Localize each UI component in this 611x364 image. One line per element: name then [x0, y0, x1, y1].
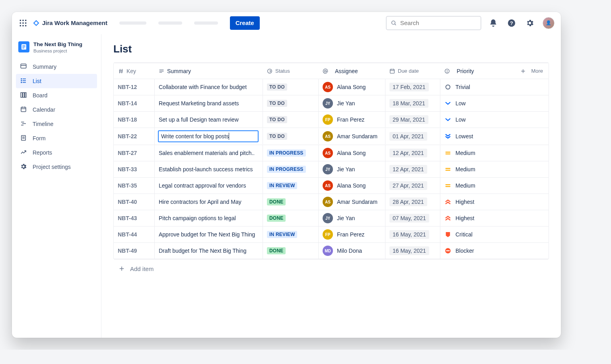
- cell-priority[interactable]: Blocker: [440, 243, 487, 259]
- cell-due[interactable]: 12 Apr, 2021: [385, 145, 440, 161]
- cell-key[interactable]: NBT-49: [114, 245, 154, 256]
- cell-key[interactable]: NBT-44: [114, 229, 154, 240]
- col-assignee[interactable]: Assignee: [318, 66, 385, 77]
- table-row[interactable]: NBT-49 Draft budget for The Next Big Thi…: [114, 243, 549, 259]
- cell-assignee[interactable]: AS Alana Song: [318, 79, 385, 95]
- cell-status[interactable]: DONE: [263, 194, 318, 210]
- cell-status[interactable]: DONE: [263, 243, 318, 259]
- cell-due[interactable]: 18 Mar, 2021: [385, 95, 440, 111]
- cell-key[interactable]: NBT-14: [114, 98, 154, 109]
- create-button[interactable]: Create: [230, 16, 260, 30]
- cell-priority[interactable]: Lowest: [440, 128, 487, 144]
- cell-key[interactable]: NBT-40: [114, 196, 154, 207]
- cell-assignee[interactable]: MD Milo Dona: [318, 243, 385, 259]
- cell-status[interactable]: IN REVIEW: [263, 178, 318, 194]
- sidebar-item-settings[interactable]: Project settings: [16, 160, 97, 174]
- cell-due[interactable]: 07 May, 2021: [385, 210, 440, 226]
- sidebar-item-summary[interactable]: Summary: [16, 60, 97, 74]
- cell-due[interactable]: 01 Apr, 2021: [385, 128, 440, 144]
- cell-summary[interactable]: Establish post-launch success metrics: [154, 161, 263, 177]
- cell-due[interactable]: 16 May, 2021: [385, 243, 440, 259]
- cell-summary[interactable]: Draft budget for The Next Big Thing: [154, 243, 263, 259]
- summary-edit-input[interactable]: Write content for blog posts: [158, 130, 259, 142]
- cell-summary[interactable]: Write content for blog posts: [154, 128, 263, 145]
- cell-key[interactable]: NBT-12: [114, 81, 154, 93]
- table-row[interactable]: NBT-14 Request Marketing brand assets TO…: [114, 95, 549, 112]
- cell-summary[interactable]: Legal contract approval for vendors: [154, 178, 263, 194]
- cell-due[interactable]: 12 Apr, 2021: [385, 161, 440, 177]
- cell-key[interactable]: NBT-33: [114, 164, 154, 175]
- table-row[interactable]: NBT-35 Legal contract approval for vendo…: [114, 178, 549, 194]
- col-due[interactable]: Due date: [385, 66, 440, 77]
- cell-status[interactable]: DONE: [263, 210, 318, 226]
- sidebar-item-list[interactable]: List: [16, 74, 97, 88]
- cell-priority[interactable]: Medium: [440, 178, 487, 194]
- cell-assignee[interactable]: AS Amar Sundaram: [318, 128, 385, 144]
- project-header[interactable]: The Next Big Thing Business project: [16, 41, 97, 60]
- cell-due[interactable]: 17 Feb, 2021: [385, 79, 440, 95]
- cell-status[interactable]: TO DO: [263, 79, 318, 95]
- cell-key[interactable]: NBT-43: [114, 213, 154, 224]
- search-input[interactable]: [400, 19, 477, 26]
- cell-summary[interactable]: Set up a full Design team review: [154, 112, 263, 128]
- cell-summary[interactable]: Hire contractors for April and May: [154, 194, 263, 210]
- cell-assignee[interactable]: AS Amar Sundaram: [318, 194, 385, 210]
- table-row[interactable]: NBT-12 Collaborate with Finance for budg…: [114, 79, 549, 95]
- table-row[interactable]: NBT-22 Write content for blog posts TO D…: [114, 128, 549, 145]
- cell-priority[interactable]: Highest: [440, 210, 487, 226]
- add-item-button[interactable]: Add item: [113, 259, 549, 278]
- sidebar-item-calendar[interactable]: Calendar: [16, 103, 97, 117]
- settings-icon[interactable]: [523, 17, 536, 29]
- cell-key[interactable]: NBT-27: [114, 147, 154, 159]
- table-row[interactable]: NBT-18 Set up a full Design team review …: [114, 112, 549, 128]
- app-switcher-icon[interactable]: [18, 18, 28, 28]
- col-summary[interactable]: Summary: [154, 66, 263, 77]
- cell-due[interactable]: 29 Mar, 2021: [385, 112, 440, 128]
- cell-key[interactable]: NBT-22: [114, 131, 154, 142]
- table-row[interactable]: NBT-40 Hire contractors for April and Ma…: [114, 194, 549, 210]
- search-input-wrapper[interactable]: [386, 16, 481, 30]
- col-status[interactable]: Status: [263, 66, 318, 77]
- cell-key[interactable]: NBT-35: [114, 180, 154, 191]
- cell-priority[interactable]: Medium: [440, 145, 487, 161]
- notifications-icon[interactable]: [487, 17, 500, 29]
- cell-summary[interactable]: Collaborate with Finance for budget: [154, 79, 263, 95]
- cell-due[interactable]: 27 Apr, 2021: [385, 178, 440, 194]
- sidebar-item-board[interactable]: Board: [16, 88, 97, 103]
- cell-key[interactable]: NBT-18: [114, 114, 154, 125]
- cell-priority[interactable]: Trivial: [440, 79, 487, 95]
- user-avatar[interactable]: 👤: [543, 17, 555, 29]
- col-priority[interactable]: Priority: [440, 66, 487, 77]
- cell-status[interactable]: IN REVIEW: [263, 227, 318, 242]
- cell-priority[interactable]: Medium: [440, 161, 487, 177]
- cell-assignee[interactable]: FP Fran Perez: [318, 112, 385, 128]
- table-row[interactable]: NBT-33 Establish post-launch success met…: [114, 161, 549, 178]
- cell-assignee[interactable]: AS Alana Song: [318, 178, 385, 194]
- sidebar-item-form[interactable]: Form: [16, 131, 97, 145]
- help-icon[interactable]: ?: [505, 17, 518, 29]
- cell-status[interactable]: IN PROGRESS: [263, 161, 318, 177]
- sidebar-item-reports[interactable]: Reports: [16, 145, 97, 160]
- cell-status[interactable]: IN PROGRESS: [263, 145, 318, 161]
- cell-status[interactable]: TO DO: [263, 112, 318, 128]
- col-more[interactable]: More: [487, 66, 549, 77]
- table-row[interactable]: NBT-44 Approve budget for The Next Big T…: [114, 227, 549, 243]
- cell-summary[interactable]: Sales enablement materials and pitch..: [154, 145, 263, 161]
- table-row[interactable]: NBT-27 Sales enablement materials and pi…: [114, 145, 549, 161]
- cell-assignee[interactable]: JY Jie Yan: [318, 95, 385, 111]
- brand[interactable]: Jira Work Management: [33, 19, 107, 27]
- cell-status[interactable]: TO DO: [263, 95, 318, 111]
- cell-status[interactable]: TO DO: [263, 128, 318, 144]
- cell-due[interactable]: 16 May, 2021: [385, 227, 440, 242]
- cell-priority[interactable]: Highest: [440, 194, 487, 210]
- cell-assignee[interactable]: JY Jie Yan: [318, 210, 385, 226]
- cell-assignee[interactable]: JY Jie Yan: [318, 161, 385, 177]
- cell-priority[interactable]: Critical: [440, 227, 487, 242]
- cell-summary[interactable]: Pitch campaign options to legal: [154, 210, 263, 226]
- cell-assignee[interactable]: AS Alana Song: [318, 145, 385, 161]
- cell-priority[interactable]: Low: [440, 95, 487, 111]
- cell-summary[interactable]: Request Marketing brand assets: [154, 95, 263, 111]
- cell-assignee[interactable]: FP Fran Perez: [318, 227, 385, 242]
- table-row[interactable]: NBT-43 Pitch campaign options to legal D…: [114, 210, 549, 227]
- cell-summary[interactable]: Approve budget for The Next Big Thing: [154, 227, 263, 242]
